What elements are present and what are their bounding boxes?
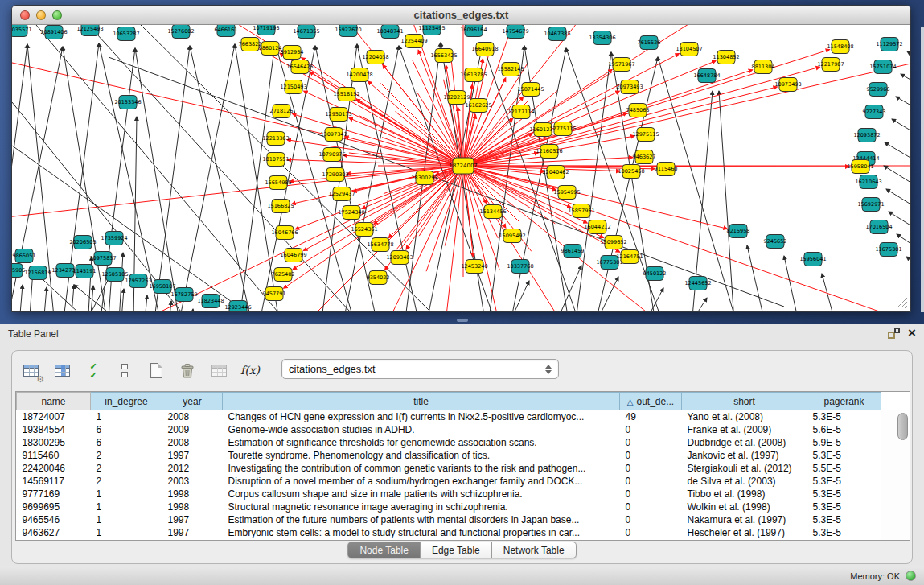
table-cell[interactable]: Franke et al. (2009) — [682, 423, 807, 436]
table-cell[interactable]: 2 — [91, 475, 162, 488]
column-header-in_degree[interactable]: in_degree — [91, 393, 162, 410]
row-boxes-icon[interactable] — [114, 360, 135, 381]
tab-network-table[interactable]: Network Table — [492, 542, 577, 558]
table-cell[interactable]: 9463627 — [17, 526, 91, 539]
table-cell[interactable]: 5.3E-5 — [807, 501, 881, 513]
table-cell[interactable]: 0 — [620, 436, 682, 449]
table-cell[interactable]: de Silva et al. (2003) — [682, 475, 807, 488]
table-row[interactable]: 1938455462009Genome-wide association stu… — [17, 423, 881, 436]
table-row[interactable]: 1830029562008Estimation of significance … — [17, 436, 881, 449]
table-cell[interactable]: 5.3E-5 — [807, 513, 881, 526]
table-row[interactable]: 1872400712008Changes of HCN gene express… — [17, 410, 881, 423]
table-cell[interactable]: Tibbo et al. (1998) — [682, 488, 807, 501]
table-cell[interactable]: 22420046 — [17, 462, 91, 475]
table-cell[interactable]: 1 — [91, 513, 162, 526]
table-cell[interactable]: 1997 — [162, 449, 223, 462]
table-row[interactable]: 2242004622012Investigating the contribut… — [17, 462, 881, 475]
table-cell[interactable]: 1997 — [162, 526, 223, 539]
table-cell[interactable]: 2008 — [162, 436, 223, 449]
table-cell[interactable]: 0 — [620, 513, 682, 526]
table-cell[interactable]: 0 — [620, 488, 682, 501]
table-cell[interactable]: 5.3E-5 — [807, 410, 881, 423]
table-row[interactable]: 1456911722003Disruption of a novel membe… — [17, 475, 881, 488]
table-cell[interactable]: 9465546 — [17, 513, 91, 526]
table-cell[interactable]: 19384554 — [17, 423, 91, 436]
set-values-check-icon[interactable]: ✓✓ — [83, 360, 104, 381]
function-builder-icon[interactable]: f(x) — [240, 360, 261, 381]
table-cell[interactable]: Estimation of the future numbers of pati… — [223, 513, 620, 526]
table-row[interactable]: 969969511998Structural magnetic resonanc… — [17, 501, 881, 513]
table-cell[interactable]: Embryonic stem cells: a model to study s… — [223, 526, 620, 539]
scrollbar-thumb[interactable] — [897, 413, 908, 440]
table-row[interactable]: 946362711997Embryonic stem cells: a mode… — [17, 526, 881, 539]
table-cell[interactable]: Disruption of a novel member of a sodium… — [223, 475, 620, 488]
close-panel-icon[interactable]: × — [908, 328, 916, 339]
table-cell[interactable]: 18724007 — [17, 410, 91, 423]
table-cell[interactable]: 9115460 — [17, 449, 91, 462]
table-cell[interactable]: 1998 — [162, 488, 223, 501]
column-header-out_de[interactable]: △out_de... — [620, 393, 682, 410]
table-cell[interactable]: 1 — [91, 410, 162, 423]
table-row[interactable]: 977716911998Corpus callosum shape and si… — [17, 488, 881, 501]
table-cell[interactable]: 1 — [91, 526, 162, 539]
table-cell[interactable]: 0 — [620, 462, 682, 475]
table-cell[interactable]: 14569117 — [17, 475, 91, 488]
minimize-window-button[interactable] — [36, 10, 46, 20]
table-cell[interactable]: 2008 — [162, 410, 223, 423]
table-cell[interactable]: Wolkin et al. (1998) — [682, 501, 807, 513]
table-cell[interactable]: 2 — [91, 449, 162, 462]
table-cell[interactable]: Changes of HCN gene expression and I(f) … — [223, 410, 620, 423]
column-header-pagerank[interactable]: pagerank — [807, 393, 881, 410]
column-header-title[interactable]: title — [223, 393, 620, 410]
column-header-short[interactable]: short — [682, 393, 807, 410]
table-cell[interactable]: 6 — [91, 436, 162, 449]
table-cell[interactable]: 0 — [620, 501, 682, 513]
column-header-name[interactable]: name — [17, 393, 91, 410]
table-cell[interactable]: 0 — [620, 449, 682, 462]
table-row[interactable]: 946554611997Estimation of the future num… — [17, 513, 881, 526]
table-cell[interactable]: 2009 — [162, 423, 223, 436]
table-cell[interactable]: 6 — [91, 423, 162, 436]
panel-splitter[interactable] — [457, 319, 468, 322]
table-cell[interactable]: Tourette syndrome. Phenomenology and cla… — [223, 449, 620, 462]
tab-node-table[interactable]: Node Table — [347, 542, 421, 558]
network-table-selector[interactable]: citations_edges.txt — [281, 359, 559, 379]
table-row[interactable]: 911546021997Tourette syndrome. Phenomeno… — [17, 449, 881, 462]
table-cell[interactable]: Corpus callosum shape and size in male p… — [223, 488, 620, 501]
close-window-button[interactable] — [20, 10, 30, 20]
select-column-icon[interactable] — [51, 360, 72, 381]
table-cell[interactable]: 5.3E-5 — [807, 449, 881, 462]
network-canvas[interactable]: 1403557120891406121254931065328715276002… — [12, 25, 910, 311]
table-cell[interactable]: Nakamura et al. (1997) — [682, 513, 807, 526]
table-cell[interactable]: 18300295 — [17, 436, 91, 449]
table-cell[interactable]: Dudbridge et al. (2008) — [682, 436, 807, 449]
table-cell[interactable]: Yano et al. (2008) — [682, 410, 807, 423]
table-cell[interactable]: 1 — [91, 501, 162, 513]
table-cell[interactable]: 9777169 — [17, 488, 91, 501]
table-cell[interactable]: 2 — [91, 462, 162, 475]
table-cell[interactable]: 0 — [620, 475, 682, 488]
table-cell[interactable]: Genome-wide association studies in ADHD. — [223, 423, 620, 436]
table-cell[interactable]: Structural magnetic resonance image aver… — [223, 501, 620, 513]
table-cell[interactable]: Stergiakouli et al. (2012) — [682, 462, 807, 475]
table-cell[interactable]: 5.6E-5 — [807, 423, 881, 436]
table-cell[interactable]: 0 — [620, 526, 682, 539]
new-document-icon[interactable] — [146, 360, 166, 381]
network-window[interactable]: citations_edges.txt 14035571208914061212… — [11, 5, 911, 312]
table-cell[interactable]: 9699695 — [17, 501, 91, 513]
table-cell[interactable]: 2003 — [162, 475, 223, 488]
table-settings-icon[interactable]: ⚙ — [20, 360, 41, 381]
network-window-titlebar[interactable]: citations_edges.txt — [12, 6, 910, 25]
table-cell[interactable]: 1997 — [162, 513, 223, 526]
tab-edge-table[interactable]: Edge Table — [421, 542, 492, 558]
table-cell[interactable]: Jankovic et al. (1997) — [682, 449, 807, 462]
vertical-scrollbar[interactable] — [881, 410, 910, 540]
table-cell[interactable]: 2012 — [162, 462, 223, 475]
delete-trash-icon[interactable] — [177, 360, 198, 381]
table-cell[interactable]: Estimation of significance thresholds fo… — [223, 436, 620, 449]
table-cell[interactable]: 0 — [620, 423, 682, 436]
zoom-window-button[interactable] — [52, 10, 62, 20]
table-cell[interactable]: 1998 — [162, 501, 223, 513]
table-cell[interactable]: 5.3E-5 — [807, 488, 881, 501]
table-cell[interactable]: 49 — [620, 410, 682, 423]
